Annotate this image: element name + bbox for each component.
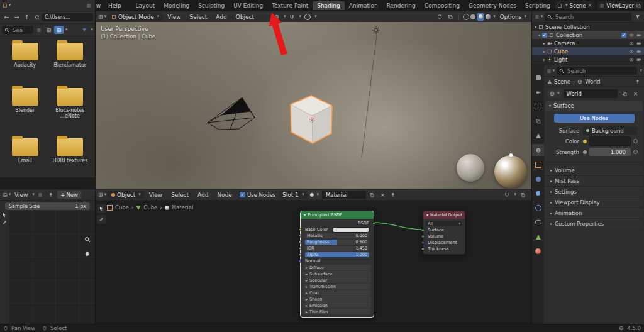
strength-slider[interactable]: 1.000	[589, 148, 631, 156]
shading-material-button[interactable]	[477, 13, 484, 21]
base-color-socket[interactable]	[299, 228, 302, 231]
folder-item[interactable]: Email	[3, 138, 48, 174]
rotation-handle-dot[interactable]	[509, 153, 513, 157]
material-copy-button[interactable]	[367, 191, 377, 199]
node-overlays-button[interactable]	[518, 191, 527, 199]
editor-type-button[interactable]: ▾	[97, 191, 107, 199]
transform-orientation-button[interactable]	[272, 13, 281, 21]
surface-input-socket[interactable]	[421, 229, 425, 232]
eye-icon[interactable]	[629, 57, 634, 62]
outliner-row-light[interactable]: ▸ Light	[532, 55, 644, 64]
tab-physics[interactable]	[532, 202, 544, 214]
annotate-tool-button[interactable]	[2, 220, 7, 225]
properties-search-field[interactable]	[557, 67, 637, 75]
tab-tool[interactable]	[532, 72, 544, 84]
section-custom-properties[interactable]: ▸Custom Properties	[545, 218, 643, 229]
ior-socket[interactable]	[299, 247, 302, 250]
panel-coat[interactable]: ▸Coat	[303, 290, 371, 296]
use-nodes-checkbox[interactable]: ✓ Use Nodes	[240, 192, 275, 198]
cursor-tool-button[interactable]	[2, 213, 7, 218]
tab-view-layer[interactable]	[532, 115, 544, 127]
folder-item[interactable]: Blender	[3, 88, 48, 129]
back-button[interactable]: ←	[2, 13, 11, 21]
cursor-tool-button[interactable]	[97, 204, 106, 213]
world-copy-button[interactable]	[619, 89, 629, 97]
tab-scripting[interactable]: Scripting	[521, 1, 555, 10]
surface-shader-dropdown[interactable]: Background	[583, 126, 638, 135]
alpha-socket[interactable]	[299, 253, 302, 257]
material-output-node[interactable]: ▾ Material Output All ▾ Surface Volume D…	[423, 211, 465, 255]
panel-sheen[interactable]: ▸Sheen	[303, 296, 371, 302]
outliner-row-camera[interactable]: ▸ Camera	[532, 39, 644, 47]
tab-texture-paint[interactable]: Texture Paint	[267, 1, 313, 10]
menu-view[interactable]: View	[164, 14, 184, 20]
image-menu-button[interactable]	[36, 191, 45, 199]
shading-wireframe-button[interactable]	[463, 14, 469, 20]
mode-dropdown[interactable]: Object Mode ▾	[108, 13, 162, 21]
volume-input-socket[interactable]	[421, 235, 425, 238]
annotate-tool-button[interactable]	[97, 215, 106, 224]
target-dropdown[interactable]: All ▾	[426, 221, 462, 226]
breadcrumb-world[interactable]: World	[585, 79, 600, 85]
disclosure-icon[interactable]: ▸	[543, 58, 545, 62]
outliner-row-collection[interactable]: ▾ ✓ Collection ✓	[532, 31, 644, 39]
node-header[interactable]: ▾ Material Output	[423, 211, 465, 219]
editor-type-button[interactable]: ▾	[2, 1, 11, 9]
menu-view[interactable]: View	[13, 192, 30, 198]
image-editor-canvas[interactable]	[9, 210, 95, 324]
pin-button[interactable]	[47, 191, 56, 199]
viewlayer-selector[interactable]: ViewLayer	[597, 1, 643, 9]
tab-render[interactable]	[532, 86, 544, 98]
section-settings[interactable]: ▸Settings	[545, 186, 643, 197]
menu-node[interactable]: Node	[213, 192, 236, 198]
forward-button[interactable]: →	[12, 13, 21, 21]
render-camera-icon[interactable]	[636, 49, 641, 54]
editor-type-button[interactable]: ▾	[2, 191, 11, 199]
thickness-input-socket[interactable]	[421, 248, 425, 251]
tab-output[interactable]	[532, 101, 544, 113]
path-field[interactable]: C:\Users...	[42, 13, 93, 21]
folder-item[interactable]: HDRI textures	[48, 138, 93, 174]
section-mist-pass[interactable]: ▸Mist Pass	[545, 175, 643, 186]
outliner-filter-button[interactable]	[633, 13, 642, 21]
world-unlink-button[interactable]: ×	[631, 89, 640, 97]
eye-icon[interactable]	[629, 33, 634, 38]
outliner-row-scene-collection[interactable]: ▾ Scene Collection	[532, 23, 644, 31]
view-mode-horizontal-list[interactable]	[44, 26, 53, 34]
tab-animation[interactable]: Animation	[345, 1, 382, 10]
roughness-socket[interactable]	[299, 241, 302, 244]
shading-solid-button[interactable]	[470, 14, 475, 19]
tab-compositing[interactable]: Compositing	[420, 1, 464, 10]
proportional-edit-button[interactable]	[303, 13, 312, 21]
node-header[interactable]: ▾ Principled BSDF	[301, 211, 374, 219]
world-name-field[interactable]: World	[564, 89, 618, 98]
pan-tool-button[interactable]	[84, 250, 91, 257]
snap-button[interactable]	[287, 13, 297, 21]
collapse-icon[interactable]: ▾	[426, 213, 428, 217]
slot-dropdown[interactable]: Slot 1 ▾	[279, 191, 307, 199]
outliner-row-cube[interactable]: ▸ Cube	[532, 47, 644, 55]
tab-modifiers[interactable]	[532, 173, 544, 185]
shader-type-dropdown[interactable]: Object ▾	[108, 191, 144, 199]
tab-particles[interactable]	[532, 187, 544, 199]
base-color-swatch[interactable]	[333, 227, 369, 233]
metallic-socket[interactable]	[299, 235, 302, 238]
properties-search-input[interactable]	[566, 67, 635, 75]
file-browser-menu-button[interactable]	[84, 1, 93, 9]
viewlayer-copy-icon[interactable]	[636, 3, 641, 8]
surface-panel-header[interactable]: ▾ Surface	[545, 101, 643, 111]
options-dropdown[interactable]: Options ▾	[500, 14, 526, 20]
exclude-checkbox[interactable]: ✓	[621, 33, 626, 38]
alpha-slider[interactable]: Alpha 1.000	[305, 252, 369, 257]
pin-button[interactable]	[389, 191, 398, 199]
zoom-tool-button[interactable]	[84, 236, 91, 243]
file-search-field[interactable]	[2, 26, 33, 34]
breadcrumb-object[interactable]: Cube	[115, 204, 129, 211]
editor-type-button[interactable]: ▾	[546, 67, 555, 75]
tab-modeling[interactable]: Modeling	[159, 1, 194, 10]
panel-specular[interactable]: ▸Specular	[303, 277, 371, 283]
material-browse-button[interactable]: ▾	[308, 191, 321, 199]
filter-button[interactable]	[79, 26, 89, 34]
panel-transmission[interactable]: ▸Transmission	[303, 284, 371, 289]
outliner-search-field[interactable]	[545, 13, 631, 21]
